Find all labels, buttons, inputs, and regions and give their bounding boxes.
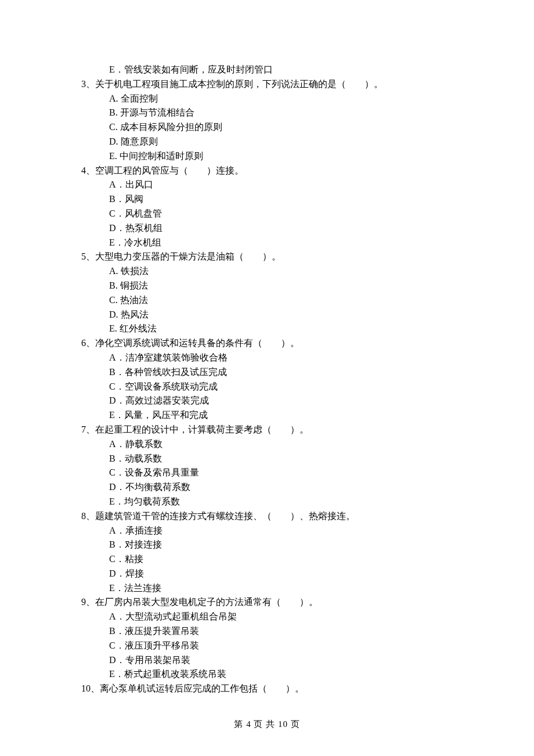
option-e: E．风量，风压平和完成 — [109, 408, 453, 423]
option-e: E．均匀载荷系数 — [109, 495, 453, 509]
q-num: 3、 — [81, 79, 95, 89]
question-stem: 5、大型电力变压器的干燥方法是油箱（ ）。 — [81, 250, 453, 264]
question-3: 3、关于机电工程项目施工成本控制的原则，下列说法正确的是（ ）。 A. 全面控制… — [81, 77, 453, 164]
q-text: 在起重工程的设计中，计算载荷主要考虑（ ）。 — [95, 424, 309, 434]
option-a: A. 铁损法 — [109, 264, 453, 279]
option-block: A．静载系数 B．动载系数 C．设备及索吊具重量 D．不均衡载荷系数 E．均匀载… — [81, 437, 453, 509]
option-a: A．承插连接 — [109, 524, 453, 538]
option-a: A．静载系数 — [109, 437, 453, 452]
option-a: A．大型流动式起重机组合吊架 — [109, 610, 453, 624]
option-block: A．洁净室建筑装饰验收合格 B．各种管线吹扫及试压完成 C．空调设备系统联动完成… — [81, 351, 453, 423]
question-stem: 8、题建筑管道干管的连接方式有螺纹连接、（ ）、热熔接连。 — [81, 509, 453, 524]
option-c: C．粘接 — [109, 552, 453, 567]
q-text: 大型电力变压器的干燥方法是油箱（ ）。 — [95, 251, 281, 261]
option-c: C. 成本目标风险分担的原则 — [109, 120, 453, 135]
option-b: B．各种管线吹扫及试压完成 — [109, 365, 453, 380]
question-5: 5、大型电力变压器的干燥方法是油箱（ ）。 A. 铁损法 B. 铜损法 C. 热… — [81, 250, 453, 336]
q-num: 9、 — [81, 597, 95, 607]
question-4: 4、空调工程的风管应与（ ）连接。 A．出风口 B．风阀 C．风机盘管 D．热泵… — [81, 164, 453, 250]
option-block: A．大型流动式起重机组合吊架 B．液压提升装置吊装 C．液压顶升平移吊装 D．专… — [81, 610, 453, 682]
option-d: D．热泵机组 — [109, 221, 453, 236]
question-10: 10、离心泵单机试运转后应完成的工作包括（ ）。 — [81, 682, 453, 696]
option-e: E．法兰连接 — [109, 581, 453, 596]
option-block: A. 全面控制 B. 开源与节流相结合 C. 成本目标风险分担的原则 D. 随意… — [81, 92, 453, 164]
option-a: A. 全面控制 — [109, 92, 453, 106]
q-text: 在厂房内吊装大型发电机定子的方法通常有（ ）。 — [95, 597, 318, 607]
option-block: A. 铁损法 B. 铜损法 C. 热油法 D. 热风法 E. 红外线法 — [81, 264, 453, 336]
page-footer: 第 4 页 共 10 页 — [0, 718, 534, 731]
option-c: C．空调设备系统联动完成 — [109, 380, 453, 394]
option-d: D．焊接 — [109, 567, 453, 581]
option-e: E. 红外线法 — [109, 322, 453, 336]
q-num: 5、 — [81, 251, 95, 261]
q-text: 空调工程的风管应与（ ）连接。 — [95, 165, 244, 175]
option-c: C．液压顶升平移吊装 — [109, 639, 453, 653]
option-d: D. 热风法 — [109, 308, 453, 322]
question-stem: 4、空调工程的风管应与（ ）连接。 — [81, 164, 453, 178]
option-block: A．承插连接 B．对接连接 C．粘接 D．焊接 E．法兰连接 — [81, 524, 453, 596]
option-a: A．洁净室建筑装饰验收合格 — [109, 351, 453, 365]
option-e: E．冷水机组 — [109, 236, 453, 250]
q-num: 6、 — [81, 338, 95, 348]
option-d: D．高效过滤器安装完成 — [109, 394, 453, 408]
question-9: 9、在厂房内吊装大型发电机定子的方法通常有（ ）。 A．大型流动式起重机组合吊架… — [81, 595, 453, 682]
question-6: 6、净化空调系统调试和运转具备的条件有（ ）。 A．洁净室建筑装饰验收合格 B．… — [81, 336, 453, 423]
question-8: 8、题建筑管道干管的连接方式有螺纹连接、（ ）、热熔接连。 A．承插连接 B．对… — [81, 509, 453, 596]
option-b: B. 开源与节流相结合 — [109, 106, 453, 120]
q-num: 4、 — [81, 165, 95, 175]
orphan-option-block: E．管线安装如有间断，应及时封闭管口 — [81, 63, 453, 77]
question-7: 7、在起重工程的设计中，计算载荷主要考虑（ ）。 A．静载系数 B．动载系数 C… — [81, 423, 453, 509]
q-text: 关于机电工程项目施工成本控制的原则，下列说法正确的是（ ）。 — [95, 79, 383, 89]
question-stem: 7、在起重工程的设计中，计算载荷主要考虑（ ）。 — [81, 423, 453, 437]
question-stem: 10、离心泵单机试运转后应完成的工作包括（ ）。 — [81, 682, 453, 696]
option-c: C．设备及索吊具重量 — [109, 466, 453, 480]
page-content: E．管线安装如有间断，应及时封闭管口 3、关于机电工程项目施工成本控制的原则，下… — [81, 63, 453, 696]
q-text: 离心泵单机试运转后应完成的工作包括（ ）。 — [100, 683, 304, 693]
question-stem: 6、净化空调系统调试和运转具备的条件有（ ）。 — [81, 336, 453, 351]
option-b: B．动载系数 — [109, 452, 453, 466]
q-text: 净化空调系统调试和运转具备的条件有（ ）。 — [95, 338, 300, 348]
option-b: B．液压提升装置吊装 — [109, 624, 453, 639]
q-num: 7、 — [81, 424, 95, 434]
option-e: E．桥式起重机改装系统吊装 — [109, 667, 453, 682]
option-a: A．出风口 — [109, 178, 453, 192]
question-stem: 3、关于机电工程项目施工成本控制的原则，下列说法正确的是（ ）。 — [81, 77, 453, 92]
option-d: D．不均衡载荷系数 — [109, 480, 453, 495]
q-num: 8、 — [81, 511, 95, 521]
option-b: B．对接连接 — [109, 538, 453, 552]
option-c: C. 热油法 — [109, 293, 453, 308]
option-d: D. 随意原则 — [109, 135, 453, 149]
q-text: 题建筑管道干管的连接方式有螺纹连接、（ ）、热熔接连。 — [95, 511, 355, 521]
option-e: E．管线安装如有间断，应及时封闭管口 — [109, 63, 453, 77]
option-block: A．出风口 B．风阀 C．风机盘管 D．热泵机组 E．冷水机组 — [81, 178, 453, 250]
question-stem: 9、在厂房内吊装大型发电机定子的方法通常有（ ）。 — [81, 595, 453, 610]
option-e: E. 中间控制和适时原则 — [109, 149, 453, 164]
option-c: C．风机盘管 — [109, 207, 453, 221]
option-b: B．风阀 — [109, 192, 453, 207]
q-num: 10、 — [81, 683, 100, 693]
option-d: D．专用吊装架吊装 — [109, 653, 453, 668]
option-b: B. 铜损法 — [109, 279, 453, 293]
